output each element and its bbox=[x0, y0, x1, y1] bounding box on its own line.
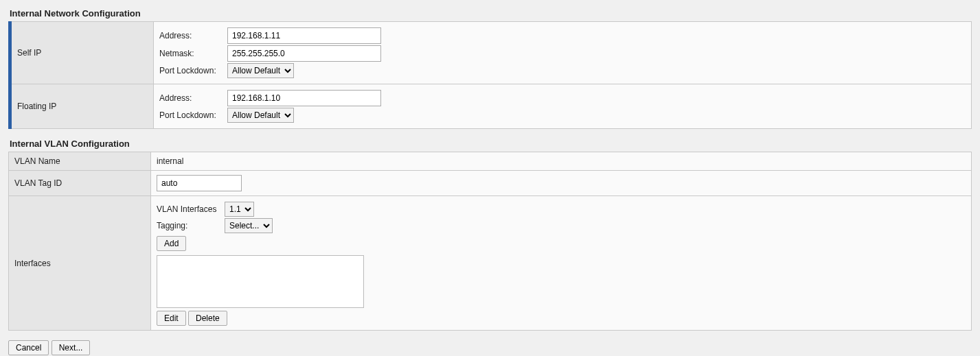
tagging-select[interactable]: Select... bbox=[225, 218, 273, 233]
interfaces-listbox[interactable] bbox=[157, 255, 364, 308]
vlan-name-value: internal bbox=[157, 155, 183, 167]
vlan-tagid-rowlabel: VLAN Tag ID bbox=[9, 171, 151, 196]
vlan-interfaces-label: VLAN Interfaces bbox=[157, 204, 222, 214]
floating-ip-rowlabel: Floating IP bbox=[10, 84, 154, 129]
self-ip-lockdown-select[interactable]: Allow Default bbox=[227, 63, 294, 78]
vlan-interfaces-select[interactable]: 1.1 bbox=[225, 202, 254, 217]
self-ip-address-label: Address: bbox=[159, 31, 225, 40]
self-ip-rowlabel: Self IP bbox=[10, 22, 154, 84]
self-ip-lockdown-label: Port Lockdown: bbox=[159, 66, 225, 75]
self-ip-address-input[interactable] bbox=[227, 27, 381, 44]
delete-button[interactable]: Delete bbox=[188, 311, 227, 326]
floating-ip-lockdown-select[interactable]: Allow Default bbox=[227, 108, 294, 123]
vlan-tagid-input[interactable] bbox=[157, 175, 242, 191]
vlan-config-title: Internal VLAN Configuration bbox=[10, 139, 972, 149]
add-button[interactable]: Add bbox=[157, 236, 186, 251]
cancel-button[interactable]: Cancel bbox=[8, 340, 49, 355]
interfaces-rowlabel: Interfaces bbox=[9, 196, 151, 331]
vlan-name-rowlabel: VLAN Name bbox=[9, 152, 151, 171]
floating-ip-address-input[interactable] bbox=[227, 90, 381, 106]
network-config-table: Self IP Address: Netmask: Port Lockdown:… bbox=[8, 21, 972, 129]
self-ip-netmask-label: Netmask: bbox=[159, 49, 225, 58]
floating-ip-lockdown-label: Port Lockdown: bbox=[159, 110, 225, 120]
next-button[interactable]: Next... bbox=[52, 340, 91, 355]
tagging-label: Tagging: bbox=[157, 221, 222, 230]
vlan-config-table: VLAN Name internal VLAN Tag ID Interface… bbox=[8, 152, 972, 331]
floating-ip-address-label: Address: bbox=[159, 93, 225, 103]
self-ip-netmask-input[interactable] bbox=[227, 45, 381, 62]
edit-button[interactable]: Edit bbox=[157, 311, 186, 326]
network-config-title: Internal Network Configuration bbox=[10, 8, 972, 19]
